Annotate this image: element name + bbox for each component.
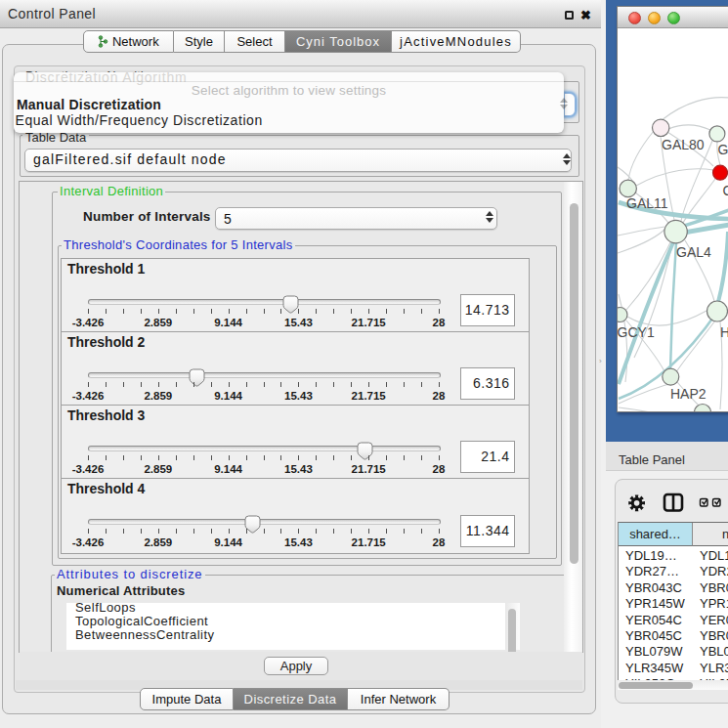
- svg-text:GAL80: GAL80: [662, 137, 705, 152]
- svg-text:GCY1: GCY1: [618, 324, 655, 340]
- svg-text:GAL4: GAL4: [676, 244, 711, 260]
- svg-text:CY: CY: [723, 183, 728, 198]
- svg-text:H: H: [720, 324, 728, 340]
- svg-text:GAL11: GAL11: [626, 195, 668, 211]
- svg-text:GAL: GAL: [718, 142, 728, 157]
- svg-text:HAP2: HAP2: [670, 386, 707, 402]
